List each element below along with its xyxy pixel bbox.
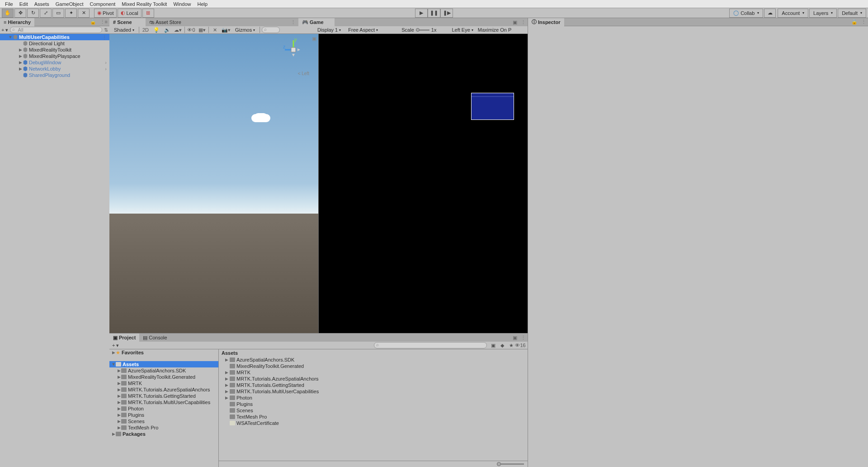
menu-mrtk[interactable]: Mixed Reality Toolkit (118, 1, 170, 7)
project-tree-folder[interactable]: ▶Photon (109, 405, 218, 412)
maximize-label[interactable]: Maximize On P (478, 27, 512, 33)
scene-panel-menu-icon[interactable]: ⋮ (289, 19, 297, 25)
game-viewport[interactable] (318, 34, 528, 333)
panel-menu-icon[interactable]: ⋮≡ (98, 19, 109, 25)
asset-list-item[interactable]: ▶MRTK (219, 369, 528, 376)
tab-scene[interactable]: # Scene (109, 18, 146, 26)
inspector-tab[interactable]: ⓘ Inspector (528, 18, 564, 26)
search-by-label-button[interactable]: ◆ (498, 342, 507, 348)
asset-list-item[interactable]: Plugins (219, 401, 528, 407)
custom-tool-button[interactable]: ✕ (78, 9, 90, 18)
search-by-type-button[interactable]: ▣ (489, 342, 498, 348)
game-panel-menu-icon[interactable]: ⋮ (519, 19, 528, 25)
asset-list-item[interactable]: TextMesh Pro (219, 414, 528, 420)
hierarchy-item[interactable]: ▶SharedPlayground (0, 72, 109, 78)
tab-game[interactable]: 🎮 Game (298, 18, 335, 26)
pivot-toggle-button[interactable]: ◉Pivot (94, 9, 117, 18)
grid-toggle-button[interactable]: ▦▾ (198, 27, 207, 33)
favorites-row[interactable]: ▶ ★ Favorites (109, 349, 218, 356)
asset-list-item[interactable]: Scenes (219, 407, 528, 414)
audio-toggle-button[interactable]: 🔊 (163, 27, 172, 33)
rect-tool-button[interactable]: ▭ (52, 9, 64, 18)
project-tree-folder[interactable]: ▶MRTK.Tutorials.AzureSpatialAnchors (109, 386, 218, 393)
search-filter-button[interactable]: ⇅ (104, 27, 108, 33)
project-maximize-icon[interactable]: ▣ (511, 335, 519, 341)
breadcrumb[interactable]: Assets (219, 349, 528, 357)
project-tree-folder[interactable]: ▶Scenes (109, 418, 218, 424)
layers-dropdown[interactable]: Layers (809, 9, 837, 18)
save-search-button[interactable]: ★ (507, 342, 516, 348)
tools-button[interactable]: ✕ (211, 27, 220, 33)
prefab-open-icon[interactable]: › (105, 60, 107, 65)
hierarchy-item[interactable]: ▶DebugWindow› (0, 59, 109, 66)
assets-root-row[interactable]: ▼ Assets (109, 361, 218, 367)
project-tree-folder[interactable]: ▶AzureSpatialAnchors.SDK (109, 367, 218, 374)
scene-orientation-gizmo[interactable]: y z (282, 38, 305, 61)
snap-button[interactable]: ⊞ (142, 9, 154, 18)
camera-button[interactable]: 📷▾ (222, 27, 231, 33)
account-dropdown[interactable]: Account (778, 9, 808, 18)
fx-toggle-button[interactable]: ☁▾ (174, 27, 183, 33)
project-tree-folder[interactable]: ▶MRTK (109, 380, 218, 386)
hidden-objects-button[interactable]: 👁0 (187, 27, 196, 33)
panel-lock-icon[interactable]: 🔒 (88, 19, 98, 25)
hierarchy-search-input[interactable]: All (10, 27, 102, 33)
project-tree-folder[interactable]: ▶TextMesh Pro (109, 424, 218, 431)
toggle-2d-button[interactable]: 2D (141, 27, 150, 33)
asset-list-item[interactable]: ▶MRTK.Tutorials.AzureSpatialAnchors (219, 376, 528, 382)
collab-dropdown[interactable]: ◯Collab (729, 9, 763, 18)
viewport-stats-icon[interactable]: ▣ (312, 36, 316, 42)
asset-list-item[interactable]: MixedRealityToolkit.Generated (219, 363, 528, 369)
hierarchy-item[interactable]: ▶MixedRealityToolkit (0, 47, 109, 53)
tab-console[interactable]: ▤ Console (139, 334, 170, 342)
asset-list-item[interactable]: ▶MRTK.Tutorials.GettingStarted (219, 382, 528, 388)
create-dropdown-button[interactable]: + ▾ (1, 27, 8, 33)
aspect-dropdown[interactable]: Free Aspect (345, 27, 400, 33)
asset-list-item[interactable]: ▶MRTK.Tutorials.MultiUserCapabilities (219, 388, 528, 395)
tab-asset-store[interactable]: 🛍 Asset Store (146, 18, 185, 26)
menu-gameobject[interactable]: GameObject (52, 1, 87, 7)
prefab-open-icon[interactable]: › (105, 66, 107, 71)
scene-context-button[interactable]: ⋮ (102, 35, 107, 40)
local-toggle-button[interactable]: ◐Local (118, 9, 141, 18)
project-tree-folder[interactable]: ▶Plugins (109, 412, 218, 418)
scene-viewport[interactable]: y z < Left ▣ (109, 34, 318, 333)
hierarchy-item[interactable]: ▶Directional Light (0, 40, 109, 47)
menu-file[interactable]: File (2, 1, 16, 7)
lighting-toggle-button[interactable]: 💡 (152, 27, 161, 33)
project-tree-folder[interactable]: ▶MRTK.Tutorials.GettingStarted (109, 393, 218, 399)
cloud-button[interactable]: ☁ (764, 9, 776, 18)
asset-list-item[interactable]: WSATestCertificate (219, 420, 528, 426)
play-button[interactable]: ▶ (415, 9, 428, 18)
packages-root-row[interactable]: ▶ Packages (109, 431, 218, 437)
move-tool-button[interactable]: ✥ (14, 9, 26, 18)
scale-slider[interactable] (416, 29, 429, 31)
display-dropdown[interactable]: Display 1 (315, 27, 344, 33)
hierarchy-item[interactable]: ▶MixedRealityPlayspace (0, 53, 109, 59)
transform-tool-button[interactable]: ✦ (65, 9, 77, 18)
menu-window[interactable]: Window (170, 1, 194, 7)
game-maximize-icon[interactable]: ▣ (511, 19, 519, 25)
asset-list-item[interactable]: ▶Photon (219, 395, 528, 401)
project-tree-folder[interactable]: ▶MixedRealityToolkit.Generated (109, 374, 218, 380)
hidden-assets-button[interactable]: 👁16 (516, 342, 525, 348)
inspector-menu-icon[interactable]: ⋮ (859, 19, 868, 25)
project-panel-menu-icon[interactable]: ⋮ (519, 335, 528, 341)
shading-mode-dropdown[interactable]: Shaded (111, 27, 137, 33)
scene-search-input[interactable] (262, 27, 280, 33)
scene-root-row[interactable]: ▼ MultiUserCapabilities ⋮ (0, 34, 109, 40)
project-search-input[interactable] (374, 342, 487, 348)
menu-edit[interactable]: Edit (16, 1, 31, 7)
pause-button[interactable]: ❚❚ (428, 9, 440, 18)
gizmos-dropdown[interactable]: Gizmos (232, 27, 258, 33)
layout-dropdown[interactable]: Default (838, 9, 866, 18)
rotate-tool-button[interactable]: ↻ (27, 9, 39, 18)
hand-tool-button[interactable]: ✋ (2, 9, 14, 18)
eye-dropdown[interactable]: Left Eye (449, 27, 476, 33)
hierarchy-tab[interactable]: ≡ Hierarchy (0, 18, 34, 26)
step-button[interactable]: ❚▶ (440, 9, 453, 18)
inspector-lock-icon[interactable]: 🔒 (849, 19, 859, 25)
scale-tool-button[interactable]: ⤢ (40, 9, 52, 18)
project-create-button[interactable]: + ▾ (112, 343, 119, 348)
menu-help[interactable]: Help (194, 1, 211, 7)
